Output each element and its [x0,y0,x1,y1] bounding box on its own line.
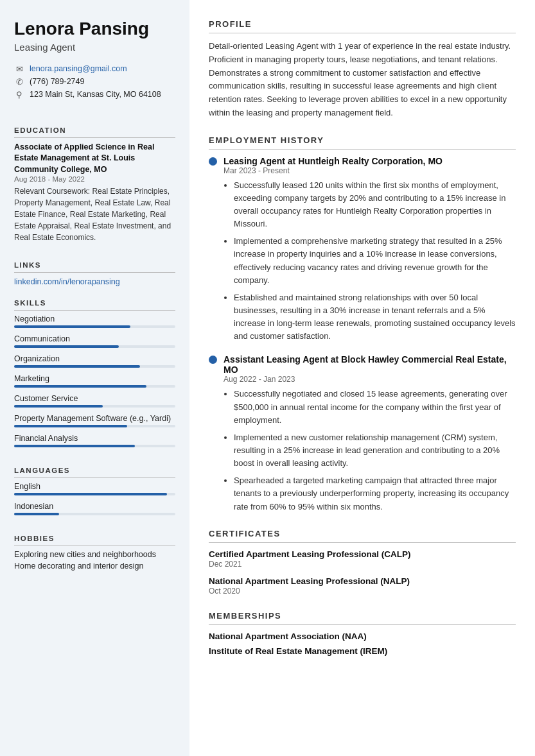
skill-bar-bg [14,425,175,427]
job-bullets-list: Successfully negotiated and closed 15 le… [224,388,516,513]
memberships-title: MEMBERSHIPS [209,611,516,625]
education-block: Associate of Applied Science in Real Est… [14,142,175,244]
skill-bar-bg [14,365,175,368]
certificate-name: National Apartment Leasing Professional … [209,576,516,586]
hobby-item: Home decorating and interior design [14,562,175,571]
language-label: English [14,482,175,491]
skill-label: Financial Analysis [14,434,175,443]
skill-bar-fill [14,325,130,328]
email-link[interactable]: lenora.pansing@gmail.com [30,64,127,73]
certificate-name: Certified Apartment Leasing Professional… [209,549,516,559]
certificates-title: CERTIFICATES [209,529,516,543]
job-bullet: Implemented a new customer relationship … [234,431,516,470]
location-icon: ⚲ [14,90,24,99]
job-dates: Mar 2023 - Present [224,166,516,175]
skill-bar-bg [14,385,175,388]
full-name: Lenora Pansing [14,19,175,39]
certificates-section: CERTIFICATES Certified Apartment Leasing… [209,529,516,596]
skill-item: Customer Service [14,394,175,408]
job-title-text: Assistant Leasing Agent at Block Hawley … [224,354,516,375]
skill-label: Negotiation [14,314,175,323]
skill-bar-fill [14,385,146,388]
education-description: Relevant Coursework: Real Estate Princip… [14,185,175,243]
hobby-item: Exploring new cities and neighborhoods [14,550,175,559]
skill-bar-bg [14,325,175,328]
sidebar: Lenora Pansing Leasing Agent ✉ lenora.pa… [0,0,189,756]
certificate-block: Certified Apartment Leasing Professional… [209,549,516,569]
email-contact: ✉ lenora.pansing@gmail.com [14,64,175,74]
languages-section-title: LANGUAGES [14,467,175,478]
certificates-list: Certified Apartment Leasing Professional… [209,549,516,596]
skill-bar-bg [14,345,175,348]
job-dot [209,356,217,364]
language-bar-bg [14,513,175,515]
skill-bar-fill [14,345,119,348]
language-item: Indonesian [14,502,175,515]
skill-item: Organization [14,354,175,368]
languages-list: English Indonesian [14,482,175,522]
language-bar-fill [14,493,167,495]
skill-bar-bg [14,445,175,447]
hobbies-section-title: HOBBIES [14,535,175,546]
certificate-date: Dec 2021 [209,560,516,569]
skill-item: Marketing [14,374,175,388]
profile-text: Detail-oriented Leasing Agent with 1 yea… [209,40,516,120]
job-title-text: Leasing Agent at Huntleigh Realty Corpor… [224,156,443,166]
language-bar-fill [14,513,59,515]
skill-item: Negotiation [14,314,175,328]
phone-number: (776) 789-2749 [30,77,84,86]
job-title-heading: Leasing Agent at Huntleigh Realty Corpor… [209,156,516,166]
profile-section: PROFILE Detail-oriented Leasing Agent wi… [209,19,516,120]
skill-item: Financial Analysis [14,434,175,447]
certificate-block: National Apartment Leasing Professional … [209,576,516,596]
skill-label: Communication [14,334,175,343]
job-title: Leasing Agent [14,42,175,53]
jobs-list: Leasing Agent at Huntleigh Realty Corpor… [209,156,516,513]
skill-label: Property Management Software (e.g., Yard… [14,414,175,423]
job-block: Leasing Agent at Huntleigh Realty Corpor… [209,156,516,343]
job-bullet: Established and maintained strong relati… [234,291,516,343]
employment-section: EMPLOYMENT HISTORY Leasing Agent at Hunt… [209,135,516,513]
job-bullet: Successfully negotiated and closed 15 le… [234,388,516,426]
skill-bar-fill [14,365,140,368]
phone-icon: ✆ [14,77,24,87]
job-dot [209,157,217,166]
memberships-section: MEMBERSHIPS National Apartment Associati… [209,611,516,656]
education-section-title: EDUCATION [14,126,175,138]
job-title-heading: Assistant Leasing Agent at Block Hawley … [209,354,516,375]
skill-label: Organization [14,354,175,363]
skill-bar-fill [14,445,135,447]
email-icon: ✉ [14,64,24,74]
language-label: Indonesian [14,502,175,511]
job-bullet: Spearheaded a targeted marketing campaig… [234,474,516,513]
job-bullets-list: Successfully leased 120 units within the… [224,179,516,343]
skill-bar-fill [14,405,103,408]
job-bullet: Implemented a comprehensive marketing st… [234,235,516,287]
job-block: Assistant Leasing Agent at Block Hawley … [209,354,516,513]
contact-block: ✉ lenora.pansing@gmail.com ✆ (776) 789-2… [14,64,175,99]
linkedin-link[interactable]: linkedin.com/in/lenorapansing [14,277,120,286]
hobbies-list: Exploring new cities and neighborhoodsHo… [14,550,175,573]
main-content: PROFILE Detail-oriented Leasing Agent wi… [189,0,535,756]
address-text: 123 Main St, Kansas City, MO 64108 [30,90,161,99]
links-section-title: LINKS [14,261,175,273]
skills-list: Negotiation Communication Organization M… [14,314,175,454]
language-bar-bg [14,493,175,495]
membership-item: Institute of Real Estate Management (IRE… [209,646,516,656]
skill-label: Marketing [14,374,175,383]
skill-bar-bg [14,405,175,408]
membership-item: National Apartment Association (NAA) [209,631,516,641]
job-dates: Aug 2022 - Jan 2023 [224,375,516,384]
memberships-list: National Apartment Association (NAA)Inst… [209,631,516,656]
employment-title: EMPLOYMENT HISTORY [209,135,516,150]
certificate-date: Oct 2020 [209,587,516,596]
skill-item: Property Management Software (e.g., Yard… [14,414,175,427]
skills-section-title: SKILLS [14,299,175,311]
education-degree: Associate of Applied Science in Real Est… [14,142,175,176]
skill-item: Communication [14,334,175,348]
linkedin-link-item: linkedin.com/in/lenorapansing [14,277,175,286]
language-item: English [14,482,175,495]
profile-title: PROFILE [209,19,516,33]
address-contact: ⚲ 123 Main St, Kansas City, MO 64108 [14,90,175,99]
job-bullet: Successfully leased 120 units within the… [234,179,516,231]
